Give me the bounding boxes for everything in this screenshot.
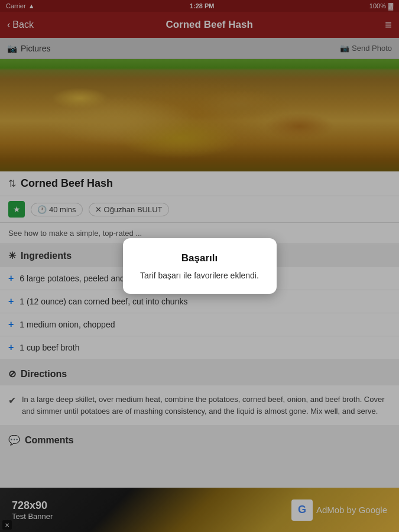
modal-overlay: Başarılı Tarif başarı ile favorilere ekl…	[0, 0, 399, 532]
modal-message: Tarif başarı ile favorilere eklendi.	[135, 270, 265, 282]
modal-title: Başarılı	[135, 252, 265, 264]
success-modal: Başarılı Tarif başarı ile favorilere ekl…	[123, 238, 277, 294]
